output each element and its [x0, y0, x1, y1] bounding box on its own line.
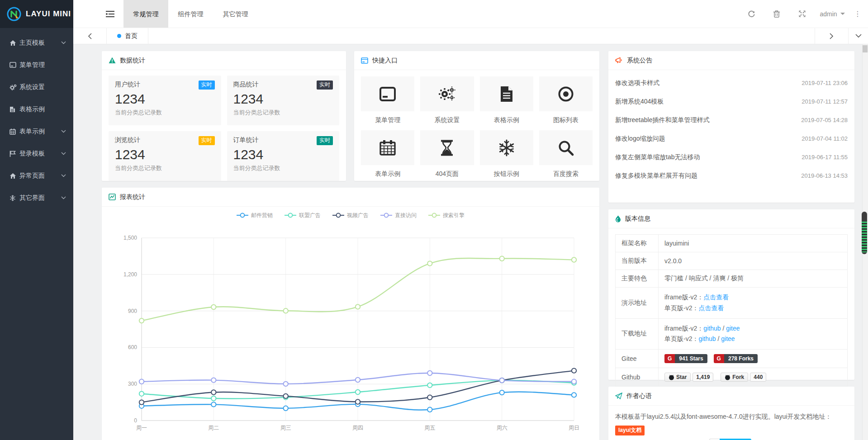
announcement-text: 修复多模块菜单栏展开有问题 — [615, 172, 697, 180]
stat-label: 用户统计 — [115, 80, 140, 89]
quick-tiles: 菜单管理 系统设置 表格示例 图标列表 — [354, 70, 599, 185]
tabs-spacer — [148, 28, 815, 44]
quick-tile-baidu-search[interactable]: 百度搜索 — [539, 130, 593, 178]
svg-text:0: 0 — [134, 417, 137, 424]
legend-label: 直接访问 — [395, 212, 417, 219]
quick-tile-menu-management[interactable]: 菜单管理 — [361, 76, 414, 124]
tab-scroll-left-icon[interactable] — [73, 28, 107, 44]
table-row: Github Star 1,419 Fork 4 — [616, 368, 848, 387]
sidebar-item-login-template[interactable]: 登录模板 — [0, 142, 73, 165]
legend-marker — [332, 213, 344, 218]
tab-operations-dropdown-icon[interactable] — [848, 28, 868, 44]
announcement-date: 2019-07-05 14:28 — [801, 117, 848, 123]
demo-link[interactable]: 点击查看 — [698, 304, 724, 312]
download-prefix: iframe版-v2： — [664, 325, 703, 332]
quick-tile-table-example[interactable]: 表格示例 — [480, 76, 533, 124]
more-icon[interactable]: ⋮ — [850, 9, 865, 18]
legend-label: 联盟广告 — [299, 212, 321, 219]
legend-item[interactable]: 视频广告 — [332, 212, 369, 219]
stat-desc: 当前分类总记录数 — [233, 109, 333, 117]
github-fork-button[interactable]: Fork — [721, 373, 748, 382]
sidebar-item-menu-management[interactable]: 菜单管理 — [0, 54, 73, 76]
version-row-value: G941 Stars G278 Forks — [659, 350, 848, 368]
sidebar-item-label: 表单示例 — [19, 128, 61, 136]
snowflake-icon — [480, 130, 533, 165]
stat-desc: 当前分类总记录数 — [233, 164, 333, 172]
author-line1: 本模板基于layui2.5.4以及font-awesome-4.7.0进行实现。… — [615, 410, 848, 423]
github-star-button[interactable]: Star — [664, 373, 691, 382]
quick-tile-system-settings[interactable]: 系统设置 — [420, 76, 474, 124]
sidebar-item-label: 其它界面 — [19, 194, 61, 202]
gitee-forks-badge[interactable]: G278 Forks — [714, 354, 758, 363]
version-row-label: Github — [616, 368, 659, 387]
snowflake-icon — [9, 195, 19, 201]
scrollbar-green-thumb[interactable] — [862, 212, 867, 254]
sidebar-item-home-template[interactable]: 主页模板 — [0, 32, 73, 54]
sidebar-item-label: 菜单管理 — [19, 61, 66, 69]
stat-card-views: 浏览统计 实时 1234 当前分类总记录数 — [109, 131, 221, 181]
svg-text:周五: 周五 — [424, 425, 435, 431]
trash-icon[interactable] — [764, 10, 789, 18]
legend-item[interactable]: 邮件营销 — [237, 212, 273, 219]
fullscreen-icon[interactable] — [789, 10, 815, 18]
tab-other-management[interactable]: 其它管理 — [213, 0, 258, 28]
tab-component-management[interactable]: 组件管理 — [168, 0, 213, 28]
announcement-item: 新增系统404模板 2019-07-11 12:57 — [615, 92, 848, 111]
github-link[interactable]: github — [698, 335, 716, 342]
search-icon — [539, 130, 593, 165]
sidebar-item-system-settings[interactable]: 系统设置 — [0, 76, 73, 98]
chart-line-icon — [109, 194, 116, 200]
gitee-link[interactable]: gitee — [726, 325, 740, 332]
scrollbar-thumb[interactable] — [863, 45, 868, 52]
legend-item[interactable]: 搜索引擎 — [428, 212, 465, 219]
announcement-item: 修改logo缩放问题 2019-07-04 11:02 — [615, 129, 848, 148]
gitee-stars-badge[interactable]: G941 Stars — [664, 354, 707, 363]
chevron-down-icon — [61, 130, 66, 133]
gitee-logo: G — [714, 354, 724, 363]
status-badge: 实时 — [317, 80, 333, 90]
quick-tile-icon-list[interactable]: 图标列表 — [539, 76, 593, 124]
stat-value: 1234 — [115, 91, 215, 107]
octocat-icon — [669, 374, 674, 380]
warning-triangle-icon — [109, 57, 116, 64]
gitee-link[interactable]: gitee — [721, 335, 735, 342]
quick-tile-form-example[interactable]: 表单示例 — [361, 130, 414, 178]
quick-tile-404-page[interactable]: 404页面 — [420, 130, 474, 178]
sidebar-item-table-example[interactable]: 表格示例 — [0, 98, 73, 120]
svg-text:周四: 周四 — [352, 425, 363, 431]
user-menu[interactable]: admin — [815, 10, 850, 18]
header-actions: admin ⋮ — [739, 0, 868, 28]
chevron-down-icon — [61, 174, 66, 177]
announcement-list: 修改选项卡样式 2019-07-11 23:06 新增系统404模板 2019-… — [608, 70, 854, 189]
stat-value: 1234 — [233, 147, 333, 163]
github-fork-count[interactable]: 440 — [750, 373, 766, 382]
legend-label: 视频广告 — [347, 212, 369, 219]
version-row-label: 主要特色 — [616, 270, 659, 288]
quick-tile-label: 表格示例 — [480, 116, 533, 124]
sidebar-item-error-pages[interactable]: 异常页面 — [0, 165, 73, 187]
github-link[interactable]: github — [703, 325, 721, 332]
tab-general-management[interactable]: 常规管理 — [123, 0, 168, 28]
chart-legend: 邮件营销 联盟广告 视频广告 直接访问 搜索引擎 — [102, 207, 599, 224]
panel-header: 报表统计 — [102, 188, 599, 207]
paper-plane-icon — [615, 393, 622, 399]
announcement-text: 新增系统404模板 — [615, 98, 664, 106]
legend-item[interactable]: 直接访问 — [380, 212, 417, 219]
legend-item[interactable]: 联盟广告 — [285, 212, 321, 219]
sidebar-item-form-example[interactable]: 表单示例 — [0, 120, 73, 142]
sidebar-item-other-ui[interactable]: 其它界面 — [0, 187, 73, 209]
logo-text: LAYUI MINI — [26, 9, 71, 19]
tab-home[interactable]: 首页 — [107, 28, 148, 44]
author-content: 本模板基于layui2.5.4以及font-awesome-4.7.0进行实现。… — [608, 406, 854, 440]
tab-scroll-right-icon[interactable] — [815, 28, 848, 44]
github-star-count[interactable]: 1,419 — [693, 373, 713, 382]
layui-doc-badge[interactable]: layui文档 — [615, 426, 645, 435]
stat-card-users: 用户统计 实时 1234 当前分类总记录数 — [109, 76, 221, 125]
refresh-icon[interactable] — [739, 10, 764, 18]
quick-tile-button-example[interactable]: 按钮示例 — [480, 130, 533, 178]
chevron-down-icon — [61, 152, 66, 155]
legend-marker — [428, 213, 440, 218]
announcement-item: 新增treetable插件和菜单管理样式 2019-07-05 14:28 — [615, 111, 848, 129]
collapse-menu-icon[interactable] — [96, 0, 123, 28]
demo-link[interactable]: 点击查看 — [703, 293, 729, 301]
